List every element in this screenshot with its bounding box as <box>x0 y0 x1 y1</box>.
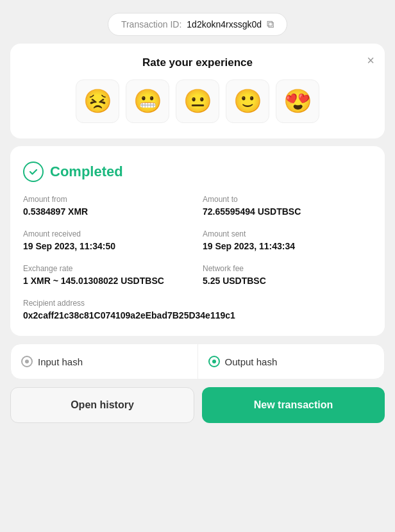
transaction-id-label: Transaction ID: <box>121 19 181 29</box>
action-row: Open history New transaction <box>10 387 385 423</box>
status-text: Completed <box>50 163 123 180</box>
new-transaction-button[interactable]: New transaction <box>202 387 385 423</box>
label-amount-received: Amount received <box>23 229 192 238</box>
input-hash-icon <box>21 356 33 367</box>
close-button[interactable]: × <box>367 54 374 67</box>
open-history-button[interactable]: Open history <box>10 387 194 423</box>
label-amount-from: Amount from <box>23 195 192 204</box>
output-hash-label: Output hash <box>225 356 278 367</box>
label-network-fee: Network fee <box>203 264 372 273</box>
label-recipient-address: Recipient address <box>23 299 372 308</box>
detail-network-fee: Network fee 5.25 USDTBSC <box>203 264 372 286</box>
detail-exchange-rate: Exchange rate 1 XMR ~ 145.01308022 USDTB… <box>23 264 192 286</box>
emoji-very-satisfied[interactable]: 😍 <box>276 79 319 123</box>
value-amount-from: 0.5384897 XMR <box>23 206 192 217</box>
rating-card: Rate your experience × 😣 😬 😐 🙂 😍 <box>10 44 385 138</box>
transaction-id-value: 1d2kokn4rxssgk0d <box>187 19 262 29</box>
value-amount-received: 19 Sep 2023, 11:34:50 <box>23 241 192 251</box>
emoji-neutral[interactable]: 😐 <box>176 79 219 123</box>
detail-amount-to: Amount to 72.65595494 USDTBSC <box>203 195 372 217</box>
value-exchange-rate: 1 XMR ~ 145.01308022 USDTBSC <box>23 276 192 286</box>
status-row: Completed <box>23 162 372 182</box>
rating-title: Rate your experience <box>142 56 253 69</box>
svg-point-1 <box>212 360 216 363</box>
value-recipient-address: 0x2caff21c38c81C074109a2eEbad7B25D34e119… <box>23 310 372 320</box>
detail-amount-received: Amount received 19 Sep 2023, 11:34:50 <box>23 229 192 251</box>
emoji-very-dissatisfied[interactable]: 😣 <box>76 79 119 123</box>
value-network-fee: 5.25 USDTBSC <box>203 276 372 286</box>
detail-amount-sent: Amount sent 19 Sep 2023, 11:43:34 <box>203 229 372 251</box>
label-exchange-rate: Exchange rate <box>23 264 192 273</box>
input-hash-label: Input hash <box>38 356 83 367</box>
detail-amount-from: Amount from 0.5384897 XMR <box>23 195 192 217</box>
input-hash-button[interactable]: Input hash <box>11 344 198 379</box>
label-amount-to: Amount to <box>203 195 372 204</box>
transaction-id-bar: Transaction ID: 1d2kokn4rxssgk0d ⧉ <box>108 13 287 36</box>
label-amount-sent: Amount sent <box>203 229 372 238</box>
check-circle-icon <box>23 162 44 182</box>
copy-icon[interactable]: ⧉ <box>267 19 274 30</box>
emoji-row: 😣 😬 😐 🙂 😍 <box>76 79 319 123</box>
emoji-satisfied[interactable]: 🙂 <box>226 79 269 123</box>
hash-card: Input hash Output hash <box>10 344 385 379</box>
detail-recipient-address: Recipient address 0x2caff21c38c81C074109… <box>23 299 372 320</box>
value-amount-sent: 19 Sep 2023, 11:43:34 <box>203 241 372 251</box>
svg-point-0 <box>25 360 29 363</box>
value-amount-to: 72.65595494 USDTBSC <box>203 206 372 217</box>
emoji-dissatisfied[interactable]: 😬 <box>126 79 169 123</box>
details-grid: Amount from 0.5384897 XMR Amount to 72.6… <box>23 195 372 320</box>
completed-card: Completed Amount from 0.5384897 XMR Amou… <box>10 146 385 336</box>
output-hash-button[interactable]: Output hash <box>198 344 385 379</box>
output-hash-icon <box>208 356 220 367</box>
